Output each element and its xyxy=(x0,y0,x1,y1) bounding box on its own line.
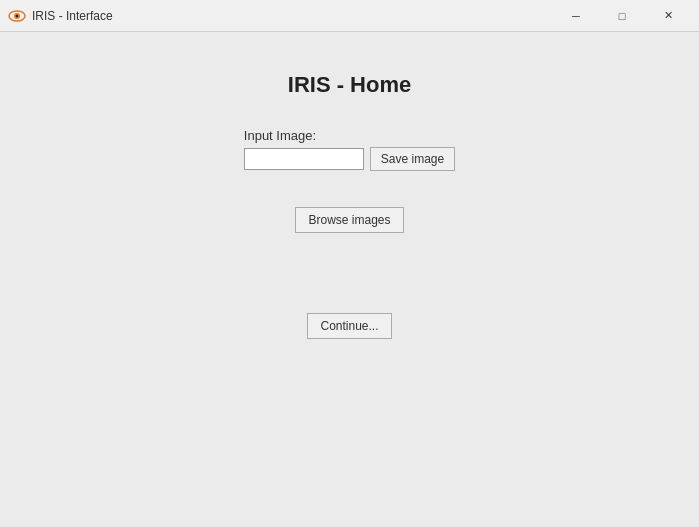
browse-images-button[interactable]: Browse images xyxy=(295,207,403,233)
iris-logo xyxy=(8,7,26,25)
input-image-label: Input Image: xyxy=(244,128,316,143)
image-input[interactable] xyxy=(244,148,364,170)
main-content: IRIS - Home Input Image: Save image Brow… xyxy=(0,32,699,527)
svg-point-2 xyxy=(16,14,18,16)
maximize-button[interactable]: □ xyxy=(599,0,645,32)
continue-button[interactable]: Continue... xyxy=(307,313,391,339)
close-button[interactable]: ✕ xyxy=(645,0,691,32)
title-bar: IRIS - Interface ─ □ ✕ xyxy=(0,0,699,32)
title-bar-title: IRIS - Interface xyxy=(32,9,113,23)
title-bar-controls: ─ □ ✕ xyxy=(553,0,691,32)
input-section: Input Image: Save image xyxy=(244,128,455,171)
page-title: IRIS - Home xyxy=(288,72,411,98)
title-bar-left: IRIS - Interface xyxy=(8,7,113,25)
input-row: Save image xyxy=(244,147,455,171)
save-image-button[interactable]: Save image xyxy=(370,147,455,171)
minimize-button[interactable]: ─ xyxy=(553,0,599,32)
